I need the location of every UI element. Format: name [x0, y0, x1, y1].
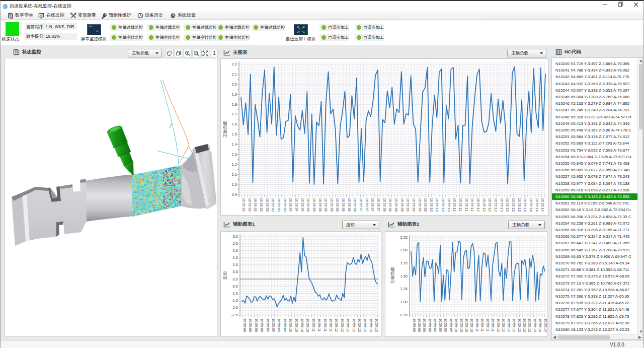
svg-text:1.7: 1.7 [232, 112, 237, 116]
svg-text:16:59:11: 16:59:11 [480, 318, 484, 332]
svg-text:16:59:09: 16:59:09 [418, 198, 422, 212]
svg-text:16:59:12: 16:59:12 [352, 318, 356, 332]
svg-text:0.5: 0.5 [233, 269, 238, 274]
svg-text:16:59:11: 16:59:11 [312, 318, 315, 332]
svg-text:-1.0: -1.0 [231, 291, 238, 296]
svg-text:16:59:06: 16:59:06 [336, 198, 339, 212]
svg-text:16:59:12: 16:59:12 [512, 318, 516, 332]
svg-text:16:59:08: 16:59:08 [400, 198, 404, 212]
svg-text:16:59:08: 16:59:08 [243, 318, 247, 332]
svg-text:3.0: 3.0 [233, 234, 238, 239]
svg-text:1.3: 1.3 [232, 152, 237, 157]
svg-text:16:59:08: 16:59:08 [255, 318, 258, 332]
svg-text:16:59:05: 16:59:05 [318, 198, 322, 212]
svg-text:16:59:08: 16:59:08 [418, 318, 421, 332]
svg-text:1.25: 1.25 [400, 287, 408, 291]
svg-text:16:59:09: 16:59:09 [277, 318, 281, 332]
svg-text:16:59:11: 16:59:11 [459, 198, 462, 212]
svg-text:16:59:12: 16:59:12 [346, 318, 350, 332]
svg-text:16:59:09: 16:59:09 [444, 318, 447, 332]
svg-text:16:59:11: 16:59:11 [486, 318, 490, 332]
svg-text:16:59:09: 16:59:09 [433, 318, 437, 332]
svg-text:16:59:04: 16:59:04 [306, 198, 310, 212]
svg-text:0.75: 0.75 [400, 313, 408, 317]
svg-text:16:59:04: 16:59:04 [289, 198, 292, 212]
svg-text:-0.5: -0.5 [231, 284, 238, 289]
svg-text:1.5: 1.5 [233, 255, 238, 260]
svg-text:16:59:05: 16:59:05 [324, 198, 328, 212]
svg-text:16:59:14: 16:59:14 [541, 198, 544, 212]
svg-text:1.75: 1.75 [400, 261, 408, 265]
svg-text:16:59:02: 16:59:02 [248, 198, 252, 212]
svg-text:16:59:14: 16:59:14 [529, 198, 533, 212]
svg-text:16:59:10: 16:59:10 [441, 198, 445, 212]
svg-text:16:59:07: 16:59:07 [359, 198, 363, 212]
svg-text:-2.5: -2.5 [231, 313, 238, 317]
svg-text:2.0: 2.0 [232, 82, 237, 87]
svg-text:1.50: 1.50 [400, 274, 408, 279]
svg-text:16:59:10: 16:59:10 [447, 198, 451, 212]
svg-text:16:59:14: 16:59:14 [538, 318, 542, 332]
svg-text:16:59:12: 16:59:12 [507, 318, 511, 332]
svg-text:16:59:12: 16:59:12 [482, 198, 486, 212]
svg-text:16:59:10: 16:59:10 [470, 318, 473, 332]
svg-text:16:59:13: 16:59:13 [506, 198, 509, 212]
svg-text:16:59:04: 16:59:04 [301, 198, 304, 212]
svg-text:16:59:03: 16:59:03 [283, 198, 287, 212]
svg-text:16:59:07: 16:59:07 [371, 198, 374, 212]
svg-text:16:59:09: 16:59:09 [412, 198, 416, 212]
svg-text:1.1: 1.1 [232, 172, 237, 177]
svg-text:16:59:07: 16:59:07 [365, 198, 369, 212]
svg-text:-2.0: -2.0 [231, 305, 238, 310]
svg-text:16:59:11: 16:59:11 [317, 318, 321, 332]
svg-text:1.9: 1.9 [232, 92, 237, 97]
svg-text:16:59:13: 16:59:13 [518, 198, 521, 212]
svg-text:扭矩: 扭矩 [222, 271, 227, 281]
svg-text:-1.5: -1.5 [231, 298, 238, 303]
svg-text:主轴负载: 主轴负载 [222, 121, 227, 138]
svg-text:16:59:14: 16:59:14 [535, 198, 539, 212]
svg-text:16:59:12: 16:59:12 [494, 198, 498, 212]
svg-text:16:59:08: 16:59:08 [383, 198, 386, 212]
svg-text:1.4: 1.4 [232, 142, 237, 147]
svg-text:2.25: 2.25 [400, 235, 408, 240]
svg-text:16:59:11: 16:59:11 [324, 318, 327, 332]
svg-text:16:59:10: 16:59:10 [300, 318, 304, 332]
svg-text:0.9: 0.9 [232, 192, 237, 197]
svg-text:16:59:03: 16:59:03 [266, 198, 269, 212]
svg-text:1.0: 1.0 [233, 262, 238, 267]
svg-text:16:59:10: 16:59:10 [454, 318, 458, 332]
svg-text:16:59:13: 16:59:13 [523, 318, 526, 332]
svg-text:16:59:09: 16:59:09 [266, 318, 270, 332]
svg-text:1.0: 1.0 [232, 182, 237, 187]
svg-text:16:59:07: 16:59:07 [377, 198, 380, 212]
svg-text:16:59:11: 16:59:11 [453, 198, 456, 212]
svg-text:2.2: 2.2 [232, 62, 237, 66]
svg-text:2.5: 2.5 [233, 241, 238, 246]
svg-text:16:59:11: 16:59:11 [329, 318, 333, 332]
svg-text:16:59:03: 16:59:03 [277, 198, 281, 212]
svg-text:16:59:12: 16:59:12 [341, 318, 344, 332]
svg-text:16:59:11: 16:59:11 [465, 198, 468, 212]
svg-text:16:59:06: 16:59:06 [348, 198, 351, 212]
svg-text:16:59:10: 16:59:10 [460, 318, 463, 332]
svg-text:16:59:12: 16:59:12 [502, 318, 505, 332]
svg-text:16:59:10: 16:59:10 [430, 198, 433, 212]
svg-text:16:59:08: 16:59:08 [388, 198, 392, 212]
svg-text:主轴负载: 主轴负载 [390, 267, 395, 285]
svg-text:16:59:13: 16:59:13 [375, 318, 378, 332]
svg-text:16:59:09: 16:59:09 [424, 198, 427, 212]
svg-text:16:59:13: 16:59:13 [500, 198, 504, 212]
svg-text:16:59:13: 16:59:13 [369, 318, 373, 332]
svg-text:1.5: 1.5 [232, 132, 237, 136]
svg-text:16:59:10: 16:59:10 [465, 318, 468, 332]
svg-text:16:59:08: 16:59:08 [423, 318, 426, 332]
svg-text:16:59:13: 16:59:13 [363, 318, 367, 332]
svg-text:16:59:12: 16:59:12 [335, 318, 338, 332]
svg-text:16:59:02: 16:59:02 [254, 198, 257, 212]
svg-text:16:59:08: 16:59:08 [413, 318, 416, 332]
svg-text:16:59:04: 16:59:04 [295, 198, 298, 212]
svg-text:1.00: 1.00 [400, 300, 408, 304]
svg-text:16:59:09: 16:59:09 [283, 318, 287, 332]
svg-text:16:59:09: 16:59:09 [406, 198, 410, 212]
